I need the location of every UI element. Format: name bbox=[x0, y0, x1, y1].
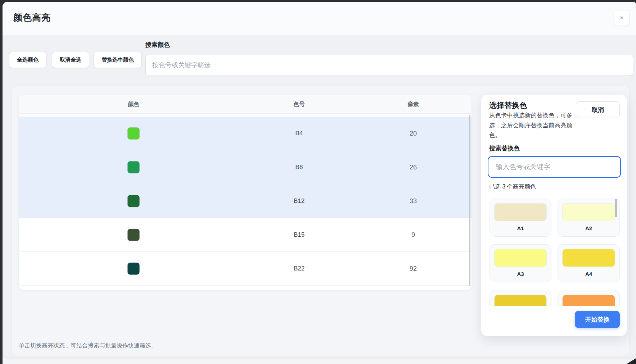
replacement-color-label: A4 bbox=[558, 271, 619, 277]
replacement-color-swatch bbox=[563, 249, 615, 267]
replacement-color-swatch bbox=[563, 204, 615, 221]
content-card: 颜色 色号 像素 B4 20 B8 26 B12 33 B15 9 B22 92… bbox=[12, 86, 630, 356]
search-replacement-label: 搜索替换色 bbox=[489, 144, 520, 153]
row-pixel-count: 92 bbox=[410, 265, 417, 272]
replacement-cards-grid: A1 A2 A3 A4 bbox=[481, 196, 627, 306]
close-button[interactable]: × bbox=[614, 10, 630, 26]
screen: 颜色高亮 × 全选颜色 取消全选 替换选中颜色 搜索颜色 颜色 色号 像素 bbox=[0, 0, 636, 364]
replacement-color-swatch bbox=[495, 204, 546, 221]
close-icon: × bbox=[619, 14, 623, 22]
start-replace-button[interactable]: 开始替换 bbox=[575, 311, 620, 328]
row-pixel-count: 20 bbox=[410, 130, 417, 137]
table-body: B4 20 B8 26 B12 33 B15 9 B22 92 bbox=[19, 117, 472, 286]
replacement-cards-viewport: A1 A2 A3 A4 bbox=[481, 196, 627, 306]
app-page: 颜色高亮 × 全选颜色 取消全选 替换选中颜色 搜索颜色 颜色 色号 像素 bbox=[3, 2, 636, 364]
color-table-card: 颜色 色号 像素 B4 20 B8 26 B12 33 B15 9 B22 92 bbox=[19, 95, 472, 290]
row-color-code: B12 bbox=[294, 197, 305, 205]
replacement-color-label: A2 bbox=[558, 225, 619, 231]
search-colors-label: 搜索颜色 bbox=[145, 41, 170, 49]
cards-scrollbar[interactable] bbox=[615, 199, 617, 217]
hint-text: 单击切换高亮状态，可结合搜索与批量操作快速筛选。 bbox=[19, 342, 157, 350]
mouse-cursor bbox=[627, 358, 636, 364]
table-row[interactable]: B8 26 bbox=[19, 150, 472, 184]
column-header-color: 颜色 bbox=[128, 100, 139, 108]
table-row[interactable]: B12 33 bbox=[19, 184, 472, 218]
column-header-pixels: 像素 bbox=[407, 100, 419, 108]
row-color-swatch bbox=[128, 195, 140, 207]
row-color-swatch bbox=[128, 229, 140, 241]
row-color-code: B4 bbox=[296, 130, 303, 137]
cancel-button[interactable]: 取消 bbox=[576, 101, 620, 118]
table-header-row: 颜色 色号 像素 bbox=[19, 95, 472, 114]
column-header-code: 色号 bbox=[293, 100, 305, 108]
row-pixel-count: 26 bbox=[410, 164, 417, 171]
row-color-swatch bbox=[128, 161, 140, 173]
table-scrollbar[interactable] bbox=[469, 115, 470, 286]
replacement-color-swatch bbox=[563, 295, 615, 306]
table-row[interactable]: B22 92 bbox=[19, 252, 472, 286]
search-colors-input[interactable] bbox=[145, 55, 633, 76]
dialog-header: 颜色高亮 × bbox=[3, 2, 636, 35]
color-highlight-dialog: 颜色高亮 × 全选颜色 取消全选 替换选中颜色 搜索颜色 颜色 色号 像素 bbox=[3, 2, 636, 357]
replace-selected-colors-button[interactable]: 替换选中颜色 bbox=[94, 52, 142, 68]
row-color-code: B15 bbox=[294, 231, 305, 238]
selected-count-text: 已选 3 个高亮颜色 bbox=[489, 183, 536, 191]
replacement-color-swatch bbox=[495, 249, 546, 267]
replacement-color-card[interactable]: A2 bbox=[558, 199, 620, 237]
replacement-color-card[interactable] bbox=[490, 290, 551, 306]
replacement-color-panel: 选择替换色 取消 从色卡中挑选新的替换色，可多选，之后会顺序替换当前高亮颜色。 … bbox=[481, 94, 627, 336]
deselect-all-button[interactable]: 取消全选 bbox=[52, 52, 89, 68]
replacement-color-swatch bbox=[495, 295, 546, 306]
table-row[interactable]: B15 9 bbox=[19, 218, 472, 252]
dialog-title: 颜色高亮 bbox=[13, 12, 51, 23]
row-color-swatch bbox=[128, 128, 140, 140]
replacement-color-card[interactable] bbox=[558, 290, 620, 306]
replacement-color-card[interactable]: A3 bbox=[490, 244, 551, 282]
row-color-code: B8 bbox=[296, 164, 303, 171]
row-color-code: B22 bbox=[294, 265, 305, 272]
search-replacement-input[interactable] bbox=[488, 156, 621, 178]
replacement-color-label: A3 bbox=[490, 271, 551, 277]
row-pixel-count: 33 bbox=[410, 197, 417, 205]
table-row[interactable]: B4 20 bbox=[19, 117, 472, 150]
select-all-colors-button[interactable]: 全选颜色 bbox=[9, 52, 46, 68]
row-pixel-count: 9 bbox=[411, 231, 415, 238]
row-color-swatch bbox=[128, 263, 140, 274]
panel-description: 从色卡中挑选新的替换色，可多选，之后会顺序替换当前高亮颜色。 bbox=[489, 110, 580, 140]
panel-title: 选择替换色 bbox=[489, 100, 527, 110]
replacement-color-card[interactable]: A1 bbox=[490, 199, 551, 237]
replacement-color-card[interactable]: A4 bbox=[558, 244, 620, 282]
replacement-color-label: A1 bbox=[490, 225, 551, 231]
